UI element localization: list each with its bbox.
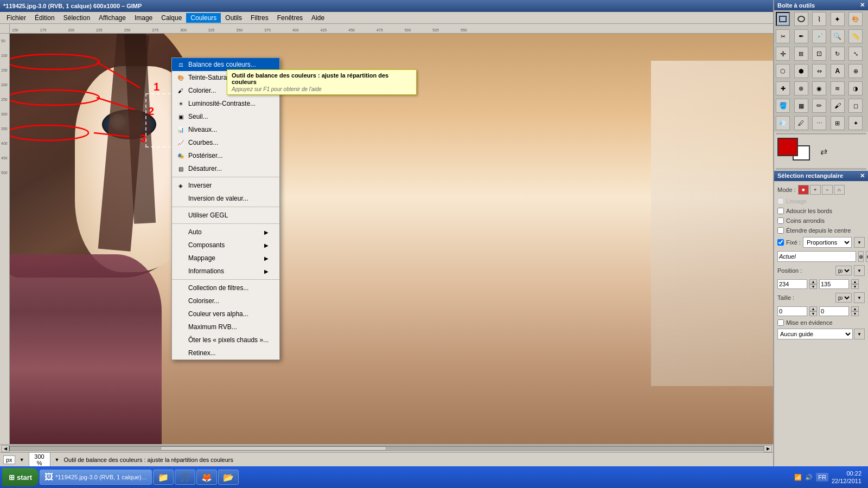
taille-y-up[interactable]: ▲	[851, 306, 859, 311]
tool-flip[interactable]: ⇔	[812, 64, 826, 78]
menu-item-retinex[interactable]: Retinex...	[172, 346, 279, 359]
taskbar-media-btn[interactable]: 🎵	[175, 470, 195, 485]
taille-y-input[interactable]	[819, 306, 849, 316]
actuel-btn-2[interactable]: ⊖	[866, 251, 868, 262]
tool-scissors[interactable]: ✂	[776, 29, 790, 43]
tool-move[interactable]: ✛	[776, 47, 790, 61]
canvas-area[interactable]: 1 2 3 ⚖ Balance des couleurs... 🎨	[10, 34, 868, 444]
scroll-left-btn[interactable]: ◀	[1, 445, 9, 452]
tool-select-by-color[interactable]: 🎨	[848, 24, 863, 26]
fixe-checkbox[interactable]	[777, 239, 784, 246]
tool-extra2[interactable]: ✦	[848, 116, 863, 130]
tool-blend[interactable]: ▦	[794, 99, 808, 113]
mise-evidence-checkbox[interactable]	[777, 319, 784, 326]
foreground-color[interactable]	[777, 138, 798, 156]
menu-item-informations[interactable]: Informations ▶	[172, 265, 279, 278]
menu-item-desaturer[interactable]: ▧ Désaturer...	[172, 162, 279, 175]
guide-arrow[interactable]: ▼	[854, 329, 865, 339]
menu-fichier[interactable]: Fichier	[2, 13, 30, 23]
taskbar-gimp-btn[interactable]: 🖼 *119425.jpg-3.0 (RVB, 1 calque)…	[40, 470, 152, 485]
fixe-select[interactable]: Proportions	[803, 237, 852, 248]
tool-perspective-clone[interactable]: ⊗	[794, 81, 808, 95]
menu-item-couleur-alpha[interactable]: Couleur vers alpha...	[172, 307, 279, 320]
position-x-input[interactable]	[777, 279, 807, 289]
position-y-down[interactable]: ▼	[851, 284, 859, 289]
tool-text[interactable]: A	[831, 64, 845, 78]
taille-unit-arrow[interactable]: ▼	[854, 292, 865, 303]
tool-fuzzy-select[interactable]: ✦	[831, 24, 845, 26]
menu-affichage[interactable]: Affichage	[94, 13, 130, 23]
tool-color-picker[interactable]: 💉	[812, 29, 826, 43]
menu-edition[interactable]: Édition	[30, 13, 59, 23]
taskbar-files-btn[interactable]: 📂	[218, 470, 239, 485]
tool-smudge[interactable]: ≋	[831, 81, 845, 95]
taskbar-folder-btn[interactable]: 📁	[153, 470, 174, 485]
start-button[interactable]: ⊞ start	[2, 468, 39, 486]
mode-btn-replace[interactable]: ■	[798, 185, 809, 195]
adoucir-checkbox[interactable]	[777, 208, 784, 214]
mode-btn-subtract[interactable]: −	[822, 185, 833, 195]
tool-blur-sharpen[interactable]: ◉	[812, 81, 826, 95]
guide-select[interactable]: Aucun guide	[777, 329, 853, 339]
menu-item-pixels-chauds[interactable]: Ôter les « pixels chauds »...	[172, 333, 279, 346]
position-x-down[interactable]: ▼	[809, 284, 817, 289]
tool-options-close-icon[interactable]: ✕	[860, 172, 865, 179]
menu-calque[interactable]: Calque	[157, 13, 186, 23]
actuel-btn-1[interactable]: ⊕	[858, 251, 864, 262]
tool-bucket-fill[interactable]: 🪣	[776, 99, 790, 113]
menu-item-seuil[interactable]: ▣ Seuil...	[172, 110, 279, 123]
scroll-thumb-h[interactable]	[161, 446, 387, 451]
taille-x-input[interactable]	[777, 306, 807, 316]
tool-rotate[interactable]: ↻	[831, 47, 845, 61]
menu-item-auto[interactable]: Auto ▶	[172, 226, 279, 239]
mode-btn-add[interactable]: +	[810, 185, 821, 195]
tool-heal[interactable]: ✚	[776, 81, 790, 95]
taskbar-browser-btn[interactable]: 🦊	[196, 470, 217, 485]
menu-item-gegl[interactable]: Utiliser GEGL	[172, 209, 279, 222]
status-unit[interactable]: px	[3, 455, 15, 464]
taille-x-down[interactable]: ▼	[809, 311, 817, 316]
menu-filtres[interactable]: Filtres	[246, 13, 273, 23]
position-x-up[interactable]: ▲	[809, 279, 817, 284]
tool-perspective[interactable]: ⬢	[794, 64, 808, 78]
tool-blend2[interactable]: ⋯	[812, 116, 826, 130]
tool-paths[interactable]: ✒	[794, 29, 808, 43]
taille-x-up[interactable]: ▲	[809, 306, 817, 311]
tool-clone[interactable]: ⊕	[848, 64, 863, 78]
menu-item-courbes[interactable]: 📈 Courbes...	[172, 136, 279, 149]
menu-selection[interactable]: Sélection	[59, 13, 94, 23]
tool-align[interactable]: ⊞	[794, 47, 808, 61]
tool-paintbrush[interactable]: 🖌	[831, 99, 845, 113]
status-zoom[interactable]: 300 %	[29, 452, 50, 467]
color-swap-icon[interactable]: ⇄	[820, 146, 827, 157]
menu-item-composants[interactable]: Composants ▶	[172, 239, 279, 252]
tool-dodge-burn[interactable]: ◑	[848, 81, 863, 95]
menu-aide[interactable]: Aide	[307, 13, 329, 23]
tool-airbrush[interactable]: 💨	[776, 116, 790, 130]
menu-item-coloriser[interactable]: Coloriser...	[172, 294, 279, 307]
status-zoom-arrow[interactable]: ▼	[55, 457, 60, 463]
tool-ink[interactable]: 🖊	[794, 116, 808, 130]
menu-item-max-rvb[interactable]: Maximum RVB...	[172, 320, 279, 333]
coins-checkbox[interactable]	[777, 217, 784, 224]
tool-crop[interactable]: ⊡	[812, 47, 826, 61]
status-unit-arrow[interactable]: ▼	[20, 457, 24, 463]
tool-extra1[interactable]: ⊞	[831, 116, 845, 130]
position-unit[interactable]: px	[835, 266, 852, 275]
menu-fenetres[interactable]: Fenêtres	[273, 13, 307, 23]
menu-item-luminosite[interactable]: ☀ Luminosité-Contraste...	[172, 97, 279, 110]
actuel-input[interactable]	[777, 251, 856, 262]
menu-image[interactable]: Image	[130, 13, 157, 23]
tool-pencil[interactable]: ✏	[812, 99, 826, 113]
menu-item-inverser[interactable]: ◈ Inverser	[172, 179, 279, 192]
fixe-dropdown-arrow[interactable]: ▼	[854, 237, 865, 248]
tool-rect-select[interactable]	[776, 24, 790, 26]
menu-item-collection[interactable]: Collection de filtres...	[172, 281, 279, 294]
position-y-up[interactable]: ▲	[851, 279, 859, 284]
menu-item-inversion[interactable]: Inversion de valeur...	[172, 192, 279, 205]
menu-item-mappage[interactable]: Mappage ▶	[172, 252, 279, 265]
menu-couleurs[interactable]: Couleurs	[186, 13, 221, 23]
tool-zoom[interactable]: 🔍	[831, 29, 845, 43]
lissage-checkbox[interactable]	[777, 198, 784, 204]
tool-lasso[interactable]: ⌇	[812, 24, 826, 26]
